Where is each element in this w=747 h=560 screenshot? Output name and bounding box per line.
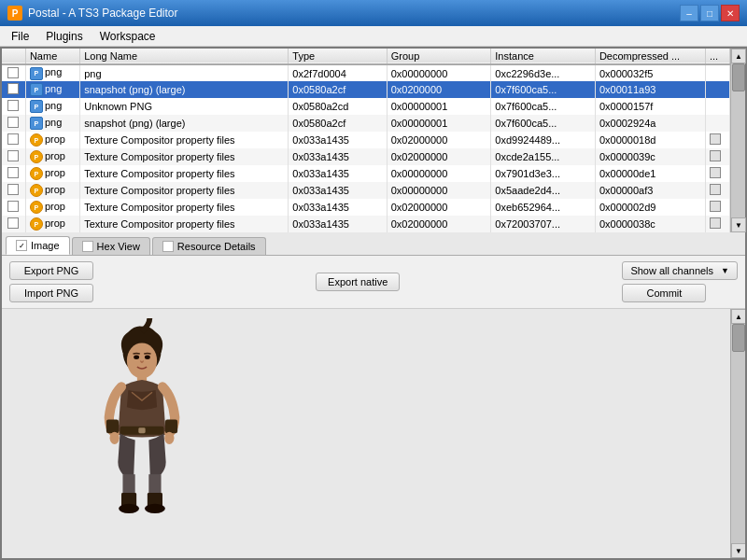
image-area: ▲ ▼ bbox=[2, 309, 745, 558]
menu-item-workspace[interactable]: Workspace bbox=[92, 28, 163, 45]
cell-extra bbox=[705, 115, 729, 132]
svg-point-17 bbox=[145, 504, 165, 513]
menu-bar: FilePluginsWorkspace bbox=[0, 26, 747, 47]
cell-longname: Texture Compositor property files bbox=[80, 216, 289, 232]
table-scroll[interactable]: NameLong NameTypeGroupInstanceDecompress… bbox=[2, 49, 730, 232]
title-text: Postal - A TS3 Package Editor bbox=[28, 7, 178, 20]
show-all-channels-label: Show all channels bbox=[630, 265, 713, 276]
cell-instance: 0xeb652964... bbox=[491, 199, 596, 216]
cell-longname: Texture Compositor property files bbox=[80, 182, 289, 199]
image-vscrollbar[interactable]: ▲ ▼ bbox=[730, 309, 745, 558]
cell-group: 0x02000000 bbox=[387, 148, 491, 165]
title-bar-left: P Postal - A TS3 Package Editor bbox=[7, 6, 178, 21]
cell-decomp: 0x000002d9 bbox=[595, 199, 705, 216]
table-row[interactable]: PpropTexture Compositor property files0x… bbox=[2, 148, 730, 165]
cell-instance: 0xcde2a155... bbox=[491, 148, 596, 165]
col-header-4[interactable]: Instance bbox=[491, 49, 596, 64]
image-scroll-thumb[interactable] bbox=[732, 324, 745, 352]
image-scroll-up-arrow[interactable]: ▲ bbox=[731, 309, 745, 324]
col-header-5[interactable]: Decompressed ... bbox=[595, 49, 705, 64]
cell-longname: Texture Compositor property files bbox=[80, 148, 289, 165]
cell-decomp: 0x0002924a bbox=[595, 115, 705, 132]
col-header-6[interactable]: ... bbox=[705, 49, 729, 64]
cell-longname: Texture Compositor property files bbox=[80, 165, 289, 182]
minimize-button[interactable]: – bbox=[680, 5, 698, 21]
table-row[interactable]: PpropTexture Compositor property files0x… bbox=[2, 132, 730, 148]
table-scroll-track[interactable] bbox=[731, 63, 745, 217]
table-row[interactable]: PpropTexture Compositor property files0x… bbox=[2, 199, 730, 216]
close-button[interactable]: ✕ bbox=[721, 5, 740, 21]
app-icon: P bbox=[7, 6, 22, 21]
table-row[interactable]: PpropTexture Compositor property files0x… bbox=[2, 216, 730, 232]
import-png-button[interactable]: Import PNG bbox=[9, 284, 93, 302]
image-content bbox=[2, 309, 745, 558]
table-row[interactable]: PpropTexture Compositor property files0x… bbox=[2, 165, 730, 182]
cell-decomp: 0x00000af3 bbox=[595, 182, 705, 199]
svg-point-3 bbox=[134, 356, 139, 359]
cell-instance: 0x7f600ca5... bbox=[491, 98, 596, 115]
cell-name: png bbox=[45, 83, 62, 94]
cell-instance: 0x72003707... bbox=[491, 216, 596, 232]
tabs-bar: ✓ImageHex ViewResource Details bbox=[2, 232, 745, 256]
table-scroll-wrapper: NameLong NameTypeGroupInstanceDecompress… bbox=[2, 49, 730, 232]
table-row[interactable]: Ppngsnapshot (png) (large)0x0580a2cf0x00… bbox=[2, 115, 730, 132]
table-row[interactable]: PpropTexture Compositor property files0x… bbox=[2, 182, 730, 199]
table-scroll-thumb[interactable] bbox=[732, 63, 745, 91]
table-vscrollbar[interactable]: ▲ ▼ bbox=[730, 49, 745, 232]
cell-longname: png bbox=[80, 64, 289, 81]
cell-extra bbox=[705, 216, 729, 232]
cell-group: 0x00000000 bbox=[387, 182, 491, 199]
svg-point-16 bbox=[119, 504, 139, 513]
col-header-3[interactable]: Group bbox=[387, 49, 491, 64]
cell-type: 0x033a1435 bbox=[289, 216, 387, 232]
image-scrollable[interactable] bbox=[2, 309, 745, 558]
cell-extra bbox=[705, 199, 729, 216]
tab-checkbox[interactable] bbox=[82, 241, 93, 252]
image-scroll-track[interactable] bbox=[731, 324, 745, 543]
table-header-row: NameLong NameTypeGroupInstanceDecompress… bbox=[2, 49, 730, 64]
tab-hex-view[interactable]: Hex View bbox=[72, 237, 150, 255]
col-header-1[interactable]: Long Name bbox=[80, 49, 289, 64]
image-scroll-down-arrow[interactable]: ▼ bbox=[731, 543, 745, 558]
menu-item-plugins[interactable]: Plugins bbox=[38, 28, 90, 45]
export-png-button[interactable]: Export PNG bbox=[9, 261, 93, 280]
menu-item-file[interactable]: File bbox=[4, 28, 36, 45]
btn-group-center: Export native bbox=[316, 273, 400, 291]
show-all-channels-dropdown[interactable]: Show all channels ▼ bbox=[622, 261, 738, 280]
export-native-button[interactable]: Export native bbox=[316, 273, 400, 291]
cell-type: 0x033a1435 bbox=[289, 148, 387, 165]
cell-longname: Texture Compositor property files bbox=[80, 132, 289, 148]
cell-decomp: 0x0000018d bbox=[595, 132, 705, 148]
cell-name: png bbox=[45, 100, 62, 111]
cell-type: 0x033a1435 bbox=[289, 165, 387, 182]
table-scroll-down-arrow[interactable]: ▼ bbox=[731, 217, 746, 232]
buttons-area: Export PNG Import PNG Export native Show… bbox=[2, 256, 745, 309]
cell-extra bbox=[705, 165, 729, 182]
cell-longname: snapshot (png) (large) bbox=[80, 81, 289, 98]
cell-name: png bbox=[45, 117, 62, 128]
cell-name: prop bbox=[45, 201, 65, 212]
table-row[interactable]: Ppngpng0x2f7d00040x000000000xc2296d3e...… bbox=[2, 64, 730, 81]
table-row[interactable]: PpngUnknown PNG0x0580a2cd0x000000010x7f6… bbox=[2, 98, 730, 115]
cell-decomp: 0x000032f5 bbox=[595, 64, 705, 81]
cell-instance: 0x7901d3e3... bbox=[491, 165, 596, 182]
commit-button[interactable]: Commit bbox=[622, 284, 706, 302]
cell-type: 0x033a1435 bbox=[289, 132, 387, 148]
character-figure bbox=[58, 318, 226, 524]
table-row[interactable]: Ppngsnapshot (png) (large)0x0580a2cf0x02… bbox=[2, 81, 730, 98]
tab-image[interactable]: ✓Image bbox=[6, 236, 70, 255]
cell-group: 0x00000000 bbox=[387, 165, 491, 182]
cell-decomp: 0x0000157f bbox=[595, 98, 705, 115]
tab-resource-details[interactable]: Resource Details bbox=[152, 237, 266, 255]
cell-type: 0x033a1435 bbox=[289, 182, 387, 199]
col-header-0[interactable]: Name bbox=[25, 49, 79, 64]
table-scroll-up-arrow[interactable]: ▲ bbox=[731, 49, 746, 63]
cell-extra bbox=[705, 81, 729, 98]
svg-point-11 bbox=[164, 432, 174, 444]
svg-rect-12 bbox=[122, 474, 134, 495]
maximize-button[interactable]: □ bbox=[700, 5, 719, 21]
tab-checkbox[interactable] bbox=[162, 241, 174, 252]
col-header-2[interactable]: Type bbox=[289, 49, 387, 64]
cell-group: 0x00000001 bbox=[387, 115, 491, 132]
tab-checkbox[interactable]: ✓ bbox=[16, 240, 27, 251]
